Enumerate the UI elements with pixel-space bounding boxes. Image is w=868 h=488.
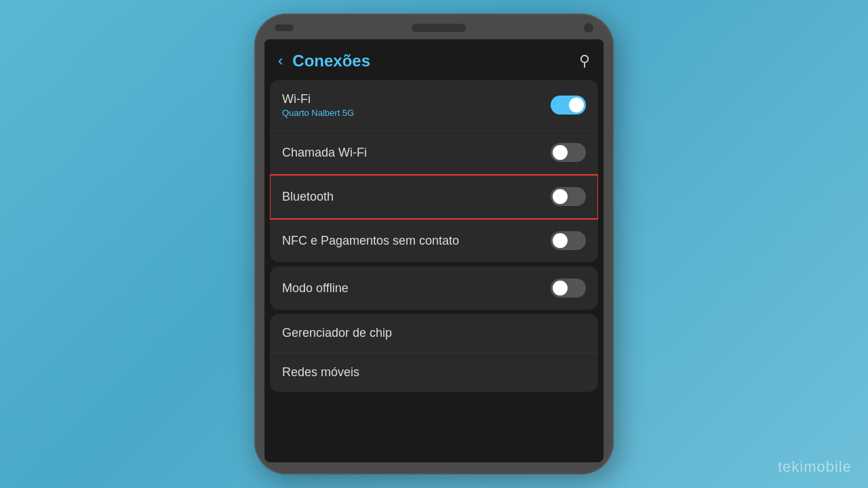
nfc-text: NFC e Pagamentos sem contato [282,234,459,248]
modo-offline-toggle[interactable] [551,279,586,298]
phone-shell: ‹ Conexões ⚲ Wi-Fi Quarto Nalbert 5G [254,14,614,474]
phone-top [254,14,614,33]
wifi-label: Wi-Fi [282,92,354,106]
settings-item-bluetooth[interactable]: Bluetooth [270,175,598,219]
settings-item-nfc[interactable]: NFC e Pagamentos sem contato [270,219,598,262]
bluetooth-toggle-knob [553,189,568,204]
settings-item-redes-moveis[interactable]: Redes móveis [270,353,598,392]
wifi-toggle[interactable] [551,96,586,115]
nfc-toggle[interactable] [551,231,586,250]
back-button[interactable]: ‹ [278,52,283,70]
settings-group-connections: Wi-Fi Quarto Nalbert 5G Chamada Wi-Fi [270,80,598,262]
page-title: Conexões [292,52,370,70]
front-camera [584,23,593,33]
settings-item-modo-offline[interactable]: Modo offline [270,266,598,310]
watermark: tekimobile [778,458,852,476]
wifi-sublabel: Quarto Nalbert 5G [282,108,354,118]
settings-item-chamada-wifi[interactable]: Chamada Wi-Fi [270,131,598,175]
chamada-wifi-toggle-knob [553,145,568,160]
settings-list: Wi-Fi Quarto Nalbert 5G Chamada Wi-Fi [264,80,604,462]
modo-offline-text: Modo offline [282,281,349,296]
speaker-center [412,24,466,32]
bluetooth-text: Bluetooth [282,190,334,204]
chamada-wifi-toggle[interactable] [551,143,586,162]
wifi-text: Wi-Fi Quarto Nalbert 5G [282,92,354,118]
modo-offline-toggle-knob [553,281,568,296]
settings-item-gerenciador-chip[interactable]: Gerenciador de chip [270,314,598,353]
settings-group-chip: Gerenciador de chip Redes móveis [270,314,598,392]
speaker-left [275,24,294,31]
modo-offline-label: Modo offline [282,281,349,296]
nfc-toggle-knob [553,233,568,248]
bluetooth-label: Bluetooth [282,190,334,204]
header-left: ‹ Conexões [278,52,370,70]
phone-screen: ‹ Conexões ⚲ Wi-Fi Quarto Nalbert 5G [264,39,604,462]
search-icon[interactable]: ⚲ [579,52,590,70]
nfc-label: NFC e Pagamentos sem contato [282,234,459,248]
chamada-wifi-text: Chamada Wi-Fi [282,146,367,160]
screen-header: ‹ Conexões ⚲ [264,39,604,80]
gerenciador-chip-label: Gerenciador de chip [282,326,392,340]
redes-moveis-label: Redes móveis [282,365,359,380]
settings-item-wifi[interactable]: Wi-Fi Quarto Nalbert 5G [270,80,598,131]
chamada-wifi-label: Chamada Wi-Fi [282,146,367,160]
settings-group-offline: Modo offline [270,266,598,310]
wifi-toggle-knob [569,98,584,113]
bluetooth-toggle[interactable] [551,187,586,206]
